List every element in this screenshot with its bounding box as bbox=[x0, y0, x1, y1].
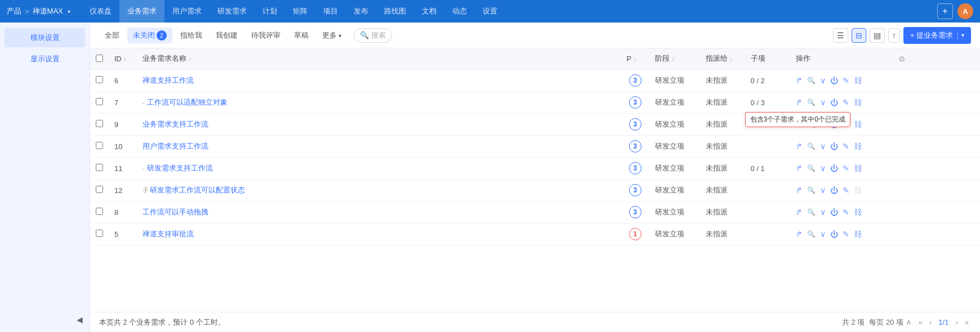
search-icon[interactable]: 🔍 bbox=[807, 164, 816, 172]
search-icon[interactable]: 🔍 bbox=[807, 77, 816, 84]
gear-icon[interactable]: ⚙ bbox=[897, 53, 907, 65]
nav-item-roadmap[interactable]: 路线图 bbox=[376, 0, 414, 23]
nav-item-project[interactable]: 项目 bbox=[315, 0, 346, 23]
nav-avatar[interactable]: A bbox=[957, 3, 973, 19]
edit-icon[interactable]: ✎ bbox=[843, 76, 849, 85]
requirement-name-link[interactable]: 工作流可以手动拖拽 bbox=[142, 208, 208, 216]
power-icon[interactable]: ⏻ bbox=[830, 208, 838, 217]
power-icon[interactable]: ⏻ bbox=[830, 76, 838, 85]
select-all-checkbox[interactable] bbox=[96, 55, 103, 62]
search-icon[interactable]: 🔍 bbox=[807, 98, 816, 106]
share-icon[interactable]: ⛓ bbox=[854, 76, 862, 85]
sidebar-item-module[interactable]: 模块设置 bbox=[5, 28, 85, 47]
expand-icon[interactable]: ∨ bbox=[820, 164, 826, 173]
power-icon[interactable]: ⏻ bbox=[830, 230, 838, 239]
link-icon[interactable]: ↱ bbox=[796, 186, 803, 195]
row-checkbox-9[interactable] bbox=[96, 120, 103, 127]
share-icon[interactable]: ⛓ bbox=[854, 208, 862, 217]
expand-icon[interactable]: ∨ bbox=[820, 230, 826, 239]
sub-tab-assigned[interactable]: 指给我 bbox=[175, 28, 208, 43]
link-icon[interactable]: ↱ bbox=[796, 76, 803, 85]
expand-icon[interactable]: ∨ bbox=[820, 76, 826, 85]
nav-plus-button[interactable]: + bbox=[937, 3, 953, 19]
nav-item-matrix[interactable]: 矩阵 bbox=[285, 0, 315, 23]
edit-icon[interactable]: ✎ bbox=[843, 164, 849, 173]
footer-per-page[interactable]: 每页 20 项 ∧ bbox=[869, 317, 911, 327]
view-btn-tree[interactable]: ⊟ bbox=[852, 28, 866, 43]
expand-icon[interactable]: ∨ bbox=[820, 186, 826, 195]
col-id-sort[interactable]: ↕ bbox=[124, 56, 127, 62]
row-checkbox-5[interactable] bbox=[96, 230, 103, 237]
row-checkbox-7[interactable] bbox=[96, 98, 103, 105]
search-icon[interactable]: 🔍 bbox=[807, 142, 816, 150]
edit-icon[interactable]: ✎ bbox=[843, 98, 849, 107]
nav-item-docs[interactable]: 文档 bbox=[414, 0, 444, 23]
share-icon[interactable]: ⛓ bbox=[854, 142, 862, 151]
requirement-name-link[interactable]: 禅道支持工作流 bbox=[142, 76, 194, 84]
sub-tab-created[interactable]: 我创建 bbox=[210, 28, 243, 43]
edit-icon[interactable]: ✎ bbox=[843, 230, 849, 239]
nav-item-user[interactable]: 用户需求 bbox=[164, 0, 210, 23]
row-checkbox-10[interactable] bbox=[96, 142, 103, 149]
power-icon[interactable]: ⏻ bbox=[830, 142, 838, 151]
col-stage-sort[interactable]: ↕ bbox=[672, 56, 675, 62]
sidebar-item-display[interactable]: 显示设置 bbox=[5, 50, 85, 69]
app-name[interactable]: 禅道MAX bbox=[33, 6, 63, 16]
link-icon[interactable]: ↱ bbox=[796, 164, 803, 173]
row-checkbox-11[interactable] bbox=[96, 164, 103, 171]
col-assignee-sort[interactable]: ↕ bbox=[730, 56, 733, 62]
search-box[interactable]: 🔍搜索 bbox=[354, 28, 392, 43]
sub-count-value[interactable]: 0 / 3 bbox=[751, 98, 765, 107]
link-icon[interactable]: ↱ bbox=[796, 98, 803, 107]
nav-item-plan[interactable]: 计划 bbox=[255, 0, 285, 23]
expand-icon[interactable]: ∨ bbox=[820, 142, 826, 151]
sub-tab-all[interactable]: 全部 bbox=[99, 28, 125, 43]
power-icon[interactable]: ⏻ bbox=[830, 186, 838, 195]
requirement-name-link[interactable]: 用户需求支持工作流 bbox=[142, 142, 208, 150]
share-icon[interactable]: ⛓ bbox=[854, 98, 862, 107]
requirement-name-link[interactable]: 禅道支持审批流 bbox=[142, 230, 194, 238]
share-icon[interactable]: ⛓ bbox=[854, 230, 862, 239]
nav-item-dynamic[interactable]: 动态 bbox=[444, 0, 475, 23]
nav-item-release[interactable]: 发布 bbox=[346, 0, 376, 23]
sub-tab-more[interactable]: 更多 ▾ bbox=[317, 28, 347, 43]
requirement-name-link[interactable]: 研发需求支持工作流 bbox=[147, 164, 213, 172]
row-checkbox-6[interactable] bbox=[96, 76, 103, 83]
view-btn-list[interactable]: ☰ bbox=[833, 28, 848, 43]
add-requirement-button[interactable]: + 提业务需求▾ bbox=[903, 27, 971, 44]
requirement-name-link[interactable]: 研发需求工作流可以配置状态 bbox=[150, 186, 245, 194]
requirement-name-link[interactable]: 工作流可以适配独立对象 bbox=[147, 98, 228, 106]
link-icon[interactable]: ↱ bbox=[796, 208, 803, 217]
nav-item-business[interactable]: 业务需求 bbox=[119, 0, 164, 23]
sidebar-collapse-button[interactable]: ◀ bbox=[5, 313, 85, 326]
edit-icon[interactable]: ✎ bbox=[843, 208, 849, 217]
dropdown-icon[interactable]: ▾ bbox=[68, 8, 70, 15]
share-icon[interactable]: ⛓ bbox=[854, 164, 862, 173]
link-icon[interactable]: ↱ bbox=[796, 230, 803, 239]
col-name-sort[interactable]: ↕ bbox=[189, 56, 191, 62]
page-next-button[interactable]: › bbox=[953, 317, 960, 327]
view-btn-chart[interactable]: ▤ bbox=[870, 28, 885, 43]
nav-item-dev[interactable]: 研发需求 bbox=[210, 0, 255, 23]
view-btn-share[interactable]: ↑ bbox=[888, 28, 900, 43]
page-prev-button[interactable]: ‹ bbox=[927, 317, 934, 327]
link-icon[interactable]: ↱ bbox=[796, 142, 803, 151]
search-icon[interactable]: 🔍 bbox=[807, 208, 816, 216]
sub-tab-review[interactable]: 待我评审 bbox=[246, 28, 286, 43]
nav-item-dashboard[interactable]: 仪表盘 bbox=[82, 0, 119, 23]
search-icon[interactable]: 🔍 bbox=[807, 230, 816, 238]
search-icon[interactable]: 🔍 bbox=[807, 186, 816, 194]
requirement-name-link[interactable]: 业务需求支持工作流 bbox=[142, 120, 208, 128]
power-icon[interactable]: ⏻ bbox=[830, 164, 838, 173]
page-first-button[interactable]: « bbox=[916, 317, 925, 327]
col-priority-sort[interactable]: ↕ bbox=[634, 56, 636, 62]
add-btn-caret[interactable]: ▾ bbox=[961, 32, 964, 38]
edit-icon[interactable]: ✎ bbox=[843, 186, 849, 195]
sub-tab-open[interactable]: 未关闭2 bbox=[127, 28, 172, 43]
sub-tab-draft[interactable]: 草稿 bbox=[288, 28, 314, 43]
expand-icon[interactable]: ∨ bbox=[820, 208, 826, 217]
share-icon[interactable]: ⛓ bbox=[854, 120, 862, 129]
nav-item-settings[interactable]: 设置 bbox=[475, 0, 505, 23]
row-checkbox-12[interactable] bbox=[96, 186, 103, 193]
row-checkbox-8[interactable] bbox=[96, 208, 103, 215]
